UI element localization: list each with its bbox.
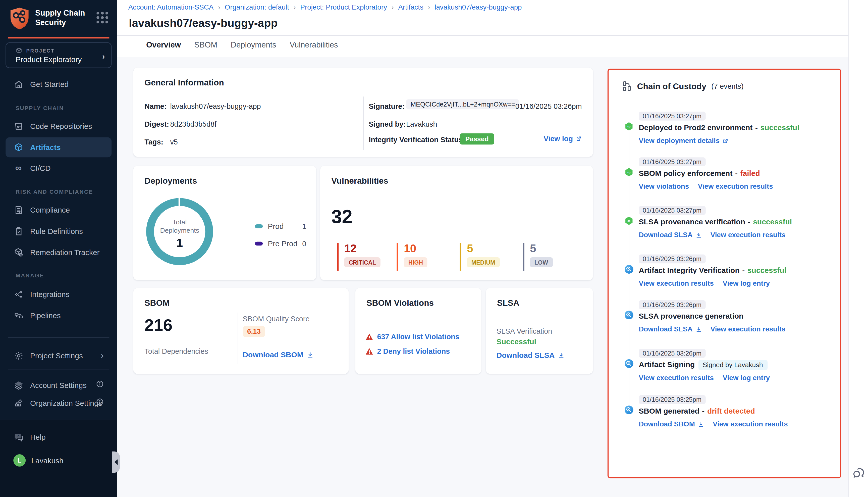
pipeline-icon: ∞ xyxy=(624,121,634,132)
external-link-icon xyxy=(722,138,728,144)
app-switcher-icon[interactable] xyxy=(97,12,108,24)
card-divider xyxy=(237,313,238,364)
external-link-icon xyxy=(576,136,582,142)
allow-list-violations-link[interactable]: 637 Allow list Violations xyxy=(365,333,459,341)
sidebar-user[interactable]: L Lavakush xyxy=(5,450,112,470)
integrity-status-label: Integrity Verification Status: xyxy=(369,136,465,144)
right-margin xyxy=(849,0,868,497)
help-chat-icon: ? xyxy=(13,432,23,442)
signature-date: 01/16/2025 03:26pm xyxy=(515,102,582,110)
sidebar-item-get-started[interactable]: Get Started xyxy=(5,74,112,94)
total-dependencies-value: 216 xyxy=(144,316,172,335)
slsa-verification-status: Successful xyxy=(496,338,536,346)
info-icon[interactable] xyxy=(96,380,104,390)
project-selector[interactable]: PROJECT Product Exploratory › xyxy=(5,42,112,68)
custody-event: 01/16/2025 03:26pm SLSA provenance gener… xyxy=(609,300,842,344)
general-information-card: General Information Name: lavakush07/eas… xyxy=(133,68,593,157)
view-execution-results-link[interactable]: View execution results xyxy=(639,374,714,382)
view-execution-results-link[interactable]: View execution results xyxy=(713,420,788,428)
chevron-right-icon: › xyxy=(102,52,105,61)
view-deployment-details-link[interactable]: View deployment details xyxy=(639,137,728,144)
warning-triangle-icon xyxy=(365,333,373,340)
view-execution-results-link[interactable]: View execution results xyxy=(698,182,773,190)
severity-medium: 5 MEDIUM xyxy=(460,243,500,271)
view-log-link[interactable]: View log xyxy=(544,134,582,143)
user-avatar: L xyxy=(13,454,26,467)
view-execution-results-link[interactable]: View execution results xyxy=(710,231,786,239)
breadcrumb-organization[interactable]: Organization: default xyxy=(225,3,289,11)
card-title: SBOM xyxy=(144,298,170,308)
clipboard-check-icon xyxy=(13,226,23,236)
sidebar-item-account-settings[interactable]: Account Settings xyxy=(5,375,112,395)
event-status: successful xyxy=(748,266,786,274)
info-icon[interactable] xyxy=(96,398,104,408)
download-sbom-link[interactable]: Download SBOM xyxy=(243,351,314,359)
vulnerabilities-total: 32 xyxy=(331,206,352,228)
tab-deployments[interactable]: Deployments xyxy=(230,39,277,57)
download-icon xyxy=(558,352,565,358)
download-slsa-link[interactable]: Download SLSA xyxy=(639,231,701,239)
sbom-violations-card: SBOM Violations 637 Allow list Violation… xyxy=(356,288,481,374)
sbom-card: SBOM 216 Total Dependencies SBOM Quality… xyxy=(133,288,349,374)
event-timestamp: 01/16/2025 03:27pm xyxy=(639,112,705,120)
sidebar-item-compliance[interactable]: Compliance xyxy=(5,200,112,220)
tab-overview[interactable]: Overview xyxy=(146,39,182,57)
sidebar-item-pipelines[interactable]: Pipelines xyxy=(5,305,112,325)
pre-prod-color-chip xyxy=(255,242,263,246)
download-icon xyxy=(307,351,314,358)
cube-icon xyxy=(16,47,23,54)
view-execution-results-link[interactable]: View execution results xyxy=(710,325,786,333)
sidebar-item-code-repositories[interactable]: Code Repositories xyxy=(5,116,112,136)
view-log-entry-link[interactable]: View log entry xyxy=(723,280,770,287)
custody-event: 01/16/2025 03:27pm ∞ SLSA provenance ver… xyxy=(609,206,842,250)
tab-vulnerabilities[interactable]: Vulnerabilities xyxy=(289,39,338,57)
sidebar-item-cicd[interactable]: ∞ CI/CD xyxy=(5,158,112,178)
sidebar: Supply Chain Security PROJECT Product Ex… xyxy=(0,0,117,497)
breadcrumb: Account: Automation-SSCA › Organization:… xyxy=(128,3,522,11)
chat-bubbles-icon[interactable] xyxy=(852,467,866,480)
event-title: SLSA provenance generation xyxy=(639,312,743,321)
card-title: Deployments xyxy=(144,176,197,185)
sidebar-item-remediation-tracker[interactable]: Remediation Tracker xyxy=(5,242,112,262)
download-icon xyxy=(698,421,704,427)
sidebar-item-help[interactable]: ? Help xyxy=(5,427,112,447)
digest-label: Digest: xyxy=(144,120,169,128)
event-title: SLSA provenance verification xyxy=(639,217,745,226)
download-sbom-link[interactable]: Download SBOM xyxy=(639,420,704,428)
sidebar-item-integrations[interactable]: Integrations xyxy=(5,284,112,304)
accent-divider xyxy=(8,37,109,39)
breadcrumb-artifact-name[interactable]: lavakush07/easy-buggy-app xyxy=(434,3,522,11)
header-divider xyxy=(117,35,849,36)
sbom-quality-score-value: 6.13 xyxy=(243,326,265,337)
breadcrumb-project[interactable]: Project: Product Exploratory xyxy=(300,3,387,11)
sidebar-item-organization-settings[interactable]: Organization Settings xyxy=(5,393,112,413)
scan-icon xyxy=(624,310,634,321)
view-violations-link[interactable]: View violations xyxy=(639,182,689,190)
sidebar-item-artifacts[interactable]: Artifacts xyxy=(5,137,112,157)
breadcrumb-account[interactable]: Account: Automation-SSCA xyxy=(128,3,214,11)
chevron-right-icon: › xyxy=(101,351,104,360)
sidebar-collapse-handle[interactable] xyxy=(112,452,120,473)
event-timestamp: 01/16/2025 03:26pm xyxy=(639,255,705,264)
tab-sbom[interactable]: SBOM xyxy=(194,39,218,57)
scan-icon xyxy=(624,404,634,415)
download-slsa-link[interactable]: Download SLSA xyxy=(639,325,701,333)
legend-item-prod: Prod 1 xyxy=(255,222,306,230)
deny-list-violations-link[interactable]: 2 Deny list Violations xyxy=(365,347,450,356)
severity-low: 5 LOW xyxy=(523,243,552,271)
view-execution-results-link[interactable]: View execution results xyxy=(639,280,714,287)
custody-event: 01/16/2025 03:26pm Artifact Integrity Ve… xyxy=(609,255,842,298)
app-header: Supply Chain Security xyxy=(9,7,85,30)
view-log-entry-link[interactable]: View log entry xyxy=(723,374,770,382)
svg-text:∞: ∞ xyxy=(627,170,631,175)
event-title: Artifact Signing xyxy=(639,360,695,369)
event-timestamp: 01/16/2025 03:27pm xyxy=(639,157,705,166)
download-slsa-link[interactable]: Download SLSA xyxy=(496,351,565,359)
event-title: Deployed to Prod2 environment xyxy=(639,123,752,132)
tab-bar: Overview SBOM Deployments Vulnerabilitie… xyxy=(146,39,338,57)
sidebar-item-rule-definitions[interactable]: Rule Definitions xyxy=(5,221,112,241)
breadcrumb-artifacts[interactable]: Artifacts xyxy=(398,3,423,11)
prod-color-chip xyxy=(255,224,263,228)
sidebar-item-project-settings[interactable]: Project Settings › xyxy=(5,345,112,366)
app-title: Supply Chain Security xyxy=(35,8,85,27)
